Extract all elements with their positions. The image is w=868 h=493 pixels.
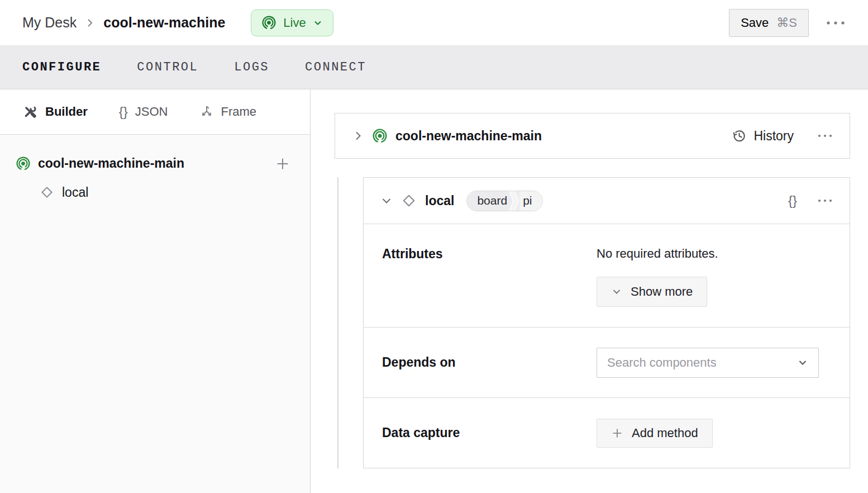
show-more-label: Show more: [631, 285, 693, 299]
component-overflow-menu-icon[interactable]: [817, 198, 833, 203]
breadcrumb-current: cool-new-machine: [103, 15, 225, 31]
history-button[interactable]: History: [732, 129, 794, 144]
component-card-header: local board pi {}: [364, 178, 850, 224]
component-card-local: local board pi {}: [363, 177, 850, 468]
component-tree: cool-new-machine-main local: [0, 135, 310, 200]
view-tab-json-label: JSON: [135, 105, 168, 119]
depends-on-select[interactable]: Search components: [597, 348, 819, 378]
tree-item-machine-label: cool-new-machine-main: [38, 156, 184, 171]
expand-machine-card-icon[interactable]: [352, 130, 364, 142]
history-icon: [732, 129, 747, 144]
config-sidebar: Builder {} JSON Frame: [0, 89, 311, 493]
topbar-overflow-menu-icon[interactable]: [826, 20, 846, 26]
add-method-label: Add method: [632, 426, 698, 440]
top-bar: My Desk cool-new-machine Live Save ⌘S: [0, 0, 868, 45]
component-type: board: [467, 191, 509, 211]
machine-card-overflow-menu-icon[interactable]: [817, 134, 833, 138]
view-tab-builder[interactable]: Builder: [22, 104, 88, 120]
chevron-down-icon: [313, 18, 323, 28]
braces-icon: {}: [119, 104, 128, 120]
pill-divider-icon: [509, 191, 519, 211]
breadcrumb-separator-icon: [85, 17, 94, 29]
depends-on-heading: Depends on: [382, 355, 597, 370]
tree-item-local-label: local: [62, 185, 88, 200]
component-type-model-pill: board pi: [466, 191, 542, 211]
save-button[interactable]: Save ⌘S: [729, 9, 809, 37]
depends-on-section: Depends on Search components: [364, 327, 850, 397]
tab-connect[interactable]: CONNECT: [305, 60, 366, 74]
tab-configure[interactable]: CONFIGURE: [22, 60, 101, 74]
history-button-label: History: [753, 129, 794, 144]
save-shortcut: ⌘S: [776, 16, 797, 30]
show-more-button[interactable]: Show more: [597, 277, 707, 307]
breadcrumb-parent[interactable]: My Desk: [22, 15, 77, 31]
data-capture-heading: Data capture: [382, 425, 597, 440]
plus-icon: [611, 427, 623, 439]
component-title: local: [425, 193, 454, 208]
breadcrumb: My Desk cool-new-machine: [22, 15, 225, 31]
diamond-icon: [400, 192, 417, 209]
save-button-label: Save: [741, 16, 769, 30]
config-main-panel: cool-new-machine-main History: [311, 89, 868, 493]
machine-part-title: cool-new-machine-main: [395, 129, 542, 144]
live-status-dropdown[interactable]: Live: [251, 10, 333, 36]
attributes-heading: Attributes: [382, 246, 597, 307]
view-tab-frame[interactable]: Frame: [199, 105, 257, 119]
machine-part-icon: [16, 156, 31, 171]
machine-part-icon: [372, 128, 388, 144]
component-card-wrapper: local board pi {}: [335, 177, 850, 468]
add-component-icon[interactable]: [275, 157, 290, 171]
chevron-down-icon: [611, 286, 622, 297]
component-model: pi: [519, 191, 542, 211]
tools-icon: [22, 104, 38, 120]
machine-part-card: cool-new-machine-main History: [335, 113, 850, 159]
machine-live-icon: [261, 15, 276, 30]
tree-item-local[interactable]: local: [39, 184, 290, 200]
collapse-component-card-icon[interactable]: [380, 195, 393, 207]
live-status-label: Live: [283, 16, 306, 30]
view-tab-json[interactable]: {} JSON: [119, 104, 168, 120]
tab-control[interactable]: CONTROL: [137, 60, 198, 74]
add-method-button[interactable]: Add method: [597, 419, 713, 448]
tree-item-machine-main[interactable]: cool-new-machine-main: [16, 156, 290, 171]
tab-logs[interactable]: LOGS: [234, 60, 269, 74]
view-tab-frame-label: Frame: [221, 105, 257, 119]
data-capture-section: Data capture Add method: [364, 397, 850, 468]
chevron-down-icon: [797, 357, 808, 368]
component-json-icon[interactable]: {}: [788, 193, 797, 208]
depends-on-placeholder: Search components: [607, 355, 717, 370]
view-tab-builder-label: Builder: [45, 105, 88, 119]
attributes-section: Attributes No required attributes. Show …: [364, 224, 850, 327]
tree-indent-guide: [337, 177, 338, 468]
diamond-icon: [39, 184, 55, 200]
primary-tab-bar: CONFIGURE CONTROL LOGS CONNECT: [0, 45, 868, 89]
sidebar-view-tabs: Builder {} JSON Frame: [0, 89, 310, 135]
attributes-empty-text: No required attributes.: [597, 246, 718, 261]
axes-icon: [199, 105, 214, 119]
